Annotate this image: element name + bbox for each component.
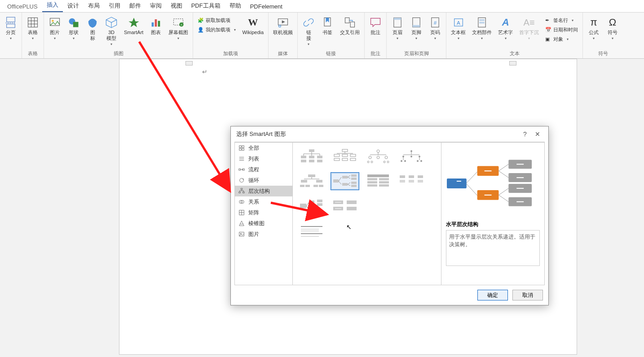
cross-ref-icon: [344, 16, 356, 29]
layout-thumb-8[interactable]: [297, 197, 326, 215]
svg-rect-72: [301, 156, 306, 158]
layout-thumb-7[interactable]: [397, 172, 426, 190]
category-matrix[interactable]: 矩阵: [235, 207, 292, 218]
signature-line-button[interactable]: ✒签名行▾: [543, 16, 580, 25]
menu-tab-view[interactable]: 视图: [166, 0, 187, 12]
preview-title: 水平层次结构: [446, 221, 540, 228]
menu-tab-layout[interactable]: 布局: [84, 0, 104, 12]
svg-rect-29: [394, 18, 401, 20]
pictures-button[interactable]: 图片: [46, 14, 64, 43]
layout-thumb-4[interactable]: [297, 172, 326, 190]
menu-tab-pdf-toolbox[interactable]: PDF工具箱: [187, 0, 225, 12]
category-relationship[interactable]: 关系: [235, 196, 292, 207]
drop-cap-button: A≡首字下沉: [516, 14, 542, 43]
svg-line-151: [306, 206, 309, 210]
layout-thumb-9[interactable]: [331, 197, 359, 215]
category-picture[interactable]: 图片: [235, 229, 292, 239]
equation-button[interactable]: π公式: [585, 14, 603, 43]
cancel-button[interactable]: 取消: [512, 290, 543, 300]
preview-image: [446, 147, 540, 219]
layout-thumb-1[interactable]: [331, 147, 359, 165]
svg-rect-51: [239, 192, 241, 193]
pictures-icon: [49, 16, 61, 29]
3d-models-button[interactable]: 3D 模型: [102, 14, 120, 49]
page-break-button[interactable]: 分页: [2, 14, 20, 43]
video-icon: [277, 16, 289, 29]
svg-rect-0: [7, 17, 15, 22]
dialog-help-button[interactable]: ?: [519, 131, 531, 138]
comment-button[interactable]: 批注: [366, 14, 384, 43]
svg-point-101: [410, 156, 412, 157]
svg-rect-15: [152, 22, 154, 26]
quick-parts-button[interactable]: 文档部件: [469, 14, 494, 43]
footer-button[interactable]: 页脚: [407, 14, 425, 43]
svg-point-9: [52, 20, 54, 22]
date-time-button[interactable]: 📅日期和时间: [543, 26, 580, 34]
table-button[interactable]: 表格: [24, 14, 42, 43]
bookmark-button[interactable]: 书签: [318, 14, 336, 43]
get-addins-button[interactable]: 🧩获取加载项: [196, 16, 238, 25]
svg-rect-83: [350, 154, 356, 157]
cycle-icon: [238, 177, 245, 183]
svg-rect-149: [317, 209, 322, 212]
menu-tab-insert[interactable]: 插入: [42, 0, 63, 12]
menu-tab-design[interactable]: 设计: [63, 0, 84, 12]
svg-rect-1: [7, 24, 15, 28]
svg-rect-74: [317, 156, 322, 158]
svg-rect-50: [241, 188, 243, 190]
menu-tab-help[interactable]: 帮助: [225, 0, 246, 12]
smartart-icon: [128, 16, 140, 29]
menu-tab-mailings[interactable]: 邮件: [125, 0, 146, 12]
my-addins-button[interactable]: 👤我的加载项▾: [196, 26, 238, 34]
svg-line-165: [467, 172, 477, 183]
smartart-button[interactable]: SmartArt: [121, 14, 146, 43]
symbol-button[interactable]: Ω符号: [604, 14, 622, 43]
page-number-icon: #: [429, 16, 441, 29]
icons-button[interactable]: 图 标: [84, 14, 101, 43]
category-pyramid[interactable]: 棱锥图: [235, 218, 292, 229]
ok-button[interactable]: 确定: [477, 290, 508, 300]
addin-icon: 👤: [198, 27, 204, 33]
link-button[interactable]: 链 接: [300, 14, 318, 49]
menu-bar: OfficePLUS 插入 设计 布局 引用 邮件 审阅 视图 PDF工具箱 帮…: [0, 0, 644, 13]
shapes-button[interactable]: 形状: [65, 14, 83, 43]
layout-thumb-6[interactable]: [364, 172, 393, 190]
chart-button[interactable]: 图表: [147, 14, 165, 43]
menu-tab-pdfelement[interactable]: PDFelement: [246, 1, 287, 12]
layout-thumb-0[interactable]: [297, 147, 326, 165]
dialog-close-button[interactable]: ✕: [531, 131, 544, 138]
screenshot-button[interactable]: +屏幕截图: [166, 14, 191, 43]
menu-tab-officeplus[interactable]: OfficePLUS: [3, 1, 42, 12]
page-number-button[interactable]: #页码: [426, 14, 444, 43]
svg-rect-119: [342, 176, 348, 178]
svg-rect-121: [351, 174, 357, 177]
object-button[interactable]: ▣对象▾: [543, 35, 580, 44]
smartart-dialog: 选择 SmartArt 图形 ? ✕ 全部 列表 流程 循环 层次结构 关系 矩…: [230, 126, 549, 305]
header-icon: [391, 16, 404, 29]
layout-thumb-3[interactable]: [397, 147, 426, 165]
cross-ref-button[interactable]: 交叉引用: [337, 14, 362, 43]
chart-icon: [150, 16, 162, 29]
page-break-icon: [4, 16, 17, 29]
category-all[interactable]: 全部: [235, 143, 292, 153]
svg-line-130: [348, 184, 350, 186]
category-process[interactable]: 流程: [235, 164, 292, 175]
signature-icon: ✒: [545, 17, 551, 24]
text-box-button[interactable]: A文本框: [448, 14, 468, 43]
wikipedia-button[interactable]: WWikipedia: [239, 14, 266, 43]
svg-rect-86: [350, 158, 356, 161]
dialog-titlebar: 选择 SmartArt 图形 ? ✕: [231, 126, 548, 142]
menu-tab-review[interactable]: 审阅: [146, 0, 166, 12]
layout-thumb-10[interactable]: [297, 222, 326, 240]
category-list-item[interactable]: 列表: [235, 153, 292, 164]
svg-rect-132: [367, 178, 377, 180]
wordart-button[interactable]: A艺术字: [495, 14, 516, 43]
layout-thumb-5[interactable]: [331, 172, 359, 190]
svg-rect-154: [347, 200, 357, 204]
category-hierarchy[interactable]: 层次结构: [235, 186, 292, 196]
header-button[interactable]: 页眉: [388, 14, 406, 43]
online-video-button[interactable]: 联机视频: [270, 14, 296, 43]
layout-thumb-2[interactable]: [364, 147, 393, 165]
menu-tab-references[interactable]: 引用: [104, 0, 125, 12]
category-cycle[interactable]: 循环: [235, 175, 292, 186]
